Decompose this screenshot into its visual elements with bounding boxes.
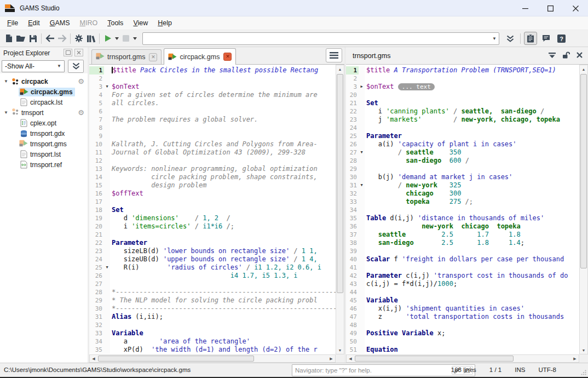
file-item-trnsport-gms[interactable]: trnsport.gms xyxy=(0,139,88,149)
code-line[interactable]: 29* The NLP model for solving the circle… xyxy=(89,296,336,305)
fold-marker-icon[interactable]: ▼ xyxy=(359,181,365,190)
fold-marker-icon[interactable]: ▼ xyxy=(104,264,110,272)
scroll-up-icon[interactable]: ▲ xyxy=(336,65,344,73)
gams-parameter-input[interactable] xyxy=(145,33,490,44)
code-line[interactable]: 51Equation xyxy=(346,346,579,354)
code-line[interactable]: 23 j 'markets' / new-york, chicago, tope… xyxy=(346,116,579,124)
code-line[interactable]: 30*-------------------------------------… xyxy=(89,305,336,313)
back-button[interactable] xyxy=(44,32,55,45)
file-item-circpack-lst[interactable]: circpack.lst xyxy=(0,97,88,107)
code-line[interactable]: 35Table d(i,j) 'distance in thousands of… xyxy=(346,214,579,222)
menu-tools[interactable]: Tools xyxy=(102,18,128,28)
scrollbar-thumb[interactable] xyxy=(98,356,254,362)
settings-button[interactable] xyxy=(73,32,84,45)
menu-help[interactable]: Help xyxy=(153,18,177,28)
code-line[interactable]: 15 design problem xyxy=(89,181,336,190)
code-line[interactable]: 38 san-diego 2.5 1.8 1.4; xyxy=(346,239,579,247)
panel-close-button[interactable] xyxy=(74,49,83,56)
vertical-scrollbar[interactable]: ▲ ▼ xyxy=(336,65,344,354)
output-button[interactable] xyxy=(539,32,552,45)
code-line[interactable]: 3▶$onText ... text xyxy=(346,83,579,91)
expand-collapse-all-button[interactable] xyxy=(68,60,84,73)
code-line[interactable]: 34 a 'area of the rectangle' xyxy=(89,337,336,346)
tab-list-menu-button[interactable] xyxy=(326,48,342,62)
code-line[interactable]: 26 i4 1.7, i5 1.3, i xyxy=(89,272,336,280)
combobox-dropdown-icon[interactable]: ▼ xyxy=(490,36,499,41)
file-item-trnsport-lst[interactable]: trnsport.lst xyxy=(0,149,88,159)
vertical-scrollbar[interactable]: ▲ ▼ xyxy=(579,65,588,354)
code-line[interactable]: 3▼$onText xyxy=(89,83,336,91)
code-line[interactable]: 27▼ / seattle 350 xyxy=(346,148,579,157)
show-all-dropdown[interactable]: -Show All- ▼ xyxy=(2,60,65,72)
tab-trnsport-gms[interactable]: trnsport.gms✕ xyxy=(91,49,162,64)
code-line[interactable]: 34 xyxy=(346,206,579,214)
scroll-left-icon[interactable]: ◀ xyxy=(347,355,354,362)
code-line[interactable]: 46 x(i,j) 'shipment quantities in cases' xyxy=(346,305,579,313)
fold-marker-icon[interactable]: ▼ xyxy=(104,83,110,91)
new-file-button[interactable] xyxy=(3,32,14,45)
project-options-gear-icon[interactable]: ⚙ xyxy=(78,78,84,85)
code-line[interactable]: 27 xyxy=(89,280,336,288)
code-line[interactable]: 1$title A Transportation Problem (TRNSPO… xyxy=(346,66,579,75)
code-line[interactable]: 31▼ / new-york 325 xyxy=(346,181,579,190)
code-line[interactable]: 25Parameter xyxy=(346,132,579,140)
code-line[interactable]: 19 d 'dimensions' / 1, 2 / xyxy=(89,214,336,222)
code-line[interactable]: 48 xyxy=(346,321,579,329)
navigator-input[interactable] xyxy=(295,367,452,374)
menu-edit[interactable]: Edit xyxy=(23,18,45,28)
code-line[interactable]: 24 xyxy=(346,124,579,132)
code-editor-circpack[interactable]: 1$title Pack Circles in the smallest pos… xyxy=(89,65,336,354)
navigator-box[interactable] xyxy=(292,364,475,376)
file-item-trnsport-gdx[interactable]: trnsport.gdx xyxy=(0,128,88,139)
project-item-circpack[interactable]: ▼circpack⚙ xyxy=(0,76,88,87)
code-line[interactable]: 4For a given set of circles determine th… xyxy=(89,91,336,99)
scroll-right-icon[interactable]: ▶ xyxy=(327,355,335,362)
code-line[interactable]: 24 sizeUB(d) 'upper bounds on rectangle … xyxy=(89,255,336,264)
code-line[interactable]: 33Variable xyxy=(89,329,336,337)
horizontal-scrollbar[interactable]: ◀ ▶ xyxy=(346,354,579,363)
project-item-trnsport[interactable]: ▼trnsport⚙ xyxy=(0,107,88,118)
code-line[interactable]: 14 circle packing problem, shape constra… xyxy=(89,173,336,181)
code-line[interactable]: 39 xyxy=(346,247,579,255)
model-library-button[interactable] xyxy=(85,32,96,45)
maximize-button[interactable] xyxy=(538,0,563,16)
code-line[interactable]: 12 xyxy=(89,157,336,165)
tab-close-button[interactable]: ✕ xyxy=(149,53,157,61)
process-log-button[interactable] xyxy=(524,32,537,45)
project-options-gear-icon[interactable]: ⚙ xyxy=(78,109,84,116)
gams-parameter-combobox[interactable]: ▼ xyxy=(142,32,499,45)
code-line[interactable]: 25▼ R(i) 'radius of circles' / i1 1.2, i… xyxy=(89,264,336,272)
help-button[interactable]: ? xyxy=(555,32,568,45)
dock-pane-button[interactable] xyxy=(549,52,556,60)
code-line[interactable]: 32 xyxy=(89,321,336,329)
code-line[interactable]: 36 new-york chicago topeka xyxy=(346,222,579,231)
code-line[interactable]: 31Alias (i,ii); xyxy=(89,313,336,321)
code-line[interactable]: 42Parameter c(i,j) 'transport cost in th… xyxy=(346,272,579,280)
code-line[interactable]: 21 xyxy=(89,231,336,239)
code-line[interactable]: 44 xyxy=(346,288,579,296)
run-button[interactable] xyxy=(102,32,113,45)
code-line[interactable]: 28*-------------------------------------… xyxy=(89,288,336,296)
scroll-left-icon[interactable]: ◀ xyxy=(90,355,97,362)
code-line[interactable]: 32 chicago 300 xyxy=(346,190,579,198)
save-button[interactable] xyxy=(27,32,38,45)
code-line[interactable]: 18Set xyxy=(89,206,336,214)
scroll-up-icon[interactable]: ▲ xyxy=(580,65,587,73)
scrollbar-thumb[interactable] xyxy=(355,356,514,362)
menu-view[interactable]: View xyxy=(128,18,153,28)
menu-gams[interactable]: GAMS xyxy=(45,18,75,28)
code-line[interactable]: 20 i 'items=circles' / i1*i6 /; xyxy=(89,222,336,231)
code-line[interactable]: 9 xyxy=(89,132,336,140)
file-item-trnsport-ref[interactable]: trnsport.ref xyxy=(0,159,88,170)
file-item-circpack-gms[interactable]: circpack.gms xyxy=(0,87,88,97)
code-line[interactable]: 35 xP(d) 'the width (d=1) and length (d=… xyxy=(89,346,336,354)
code-line[interactable]: 40Scalar f 'freight in dollars per case … xyxy=(346,255,579,264)
code-line[interactable]: 26 a(i) 'capacity of plant i in cases' xyxy=(346,140,579,148)
horizontal-scrollbar[interactable]: ◀ ▶ xyxy=(89,354,336,363)
code-line[interactable]: 2 xyxy=(89,75,336,83)
tree-expand-icon[interactable]: ▼ xyxy=(2,110,10,115)
tab-circpack-gms[interactable]: circpack.gms✕ xyxy=(164,48,236,65)
open-file-button[interactable] xyxy=(15,32,26,45)
scroll-right-icon[interactable]: ▶ xyxy=(571,355,579,362)
code-line[interactable]: 50 xyxy=(346,337,579,346)
